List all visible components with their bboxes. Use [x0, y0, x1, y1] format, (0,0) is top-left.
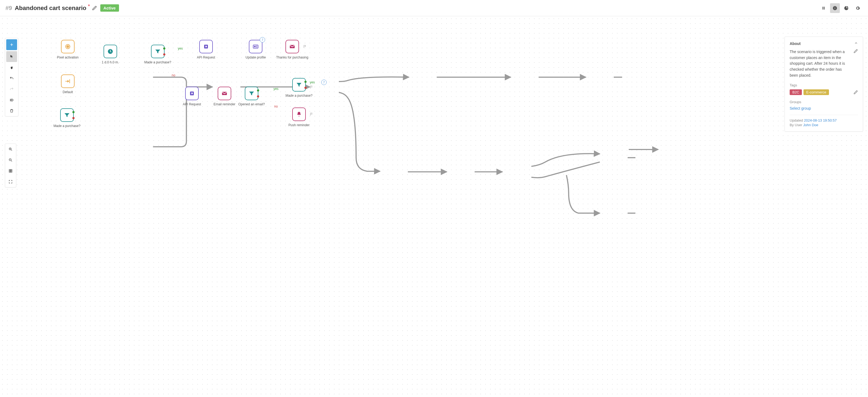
- about-panel: About The scenario is triggered when a c…: [784, 37, 863, 132]
- edge-label-yes: yes: [178, 46, 183, 51]
- pencil-icon[interactable]: [854, 49, 858, 53]
- port-no-icon: [72, 117, 74, 119]
- node-label: Made a purchase?: [53, 124, 80, 128]
- pencil-icon[interactable]: [92, 6, 97, 10]
- scenario-id: #9: [5, 5, 12, 12]
- updated-time[interactable]: 2024-08-13 19:50:57: [804, 118, 837, 123]
- svg-rect-1: [824, 6, 825, 9]
- node-api-top[interactable]: API Request: [199, 40, 213, 53]
- node-opened-filter[interactable]: Opened an email?: [245, 87, 258, 100]
- zoom-in-button[interactable]: [5, 144, 16, 155]
- updated-label: Updated: [790, 118, 804, 123]
- node-update-profile[interactable]: 7 Update profile: [249, 40, 262, 53]
- node-label: Push reminder: [288, 123, 310, 127]
- unsaved-indicator: *: [88, 3, 90, 9]
- show-ids-button[interactable]: ID: [6, 95, 17, 105]
- select-tool[interactable]: [6, 51, 17, 62]
- edge-label-right-no: no: [274, 104, 278, 108]
- stats-button[interactable]: [841, 3, 851, 13]
- edge-label-right-yes: yes: [310, 80, 315, 84]
- tool-panel-zoom: [5, 143, 16, 188]
- port-no-icon: [163, 53, 165, 56]
- node-label: API Request: [183, 102, 201, 106]
- node-thanks-email[interactable]: Thanks for purchasing: [285, 40, 299, 53]
- svg-rect-17: [9, 169, 12, 172]
- edge-label-opened-yes: yes: [274, 87, 279, 91]
- fullscreen-button[interactable]: [5, 176, 16, 187]
- zoom-out-button[interactable]: [5, 155, 16, 165]
- node-label: Made a purchase?: [285, 94, 312, 98]
- about-heading: About: [790, 41, 801, 46]
- tool-panel-main: ID: [5, 38, 19, 117]
- byuser-label: By User: [790, 123, 803, 127]
- edge-label-no: no: [172, 73, 175, 77]
- settings-button[interactable]: [853, 3, 863, 13]
- svg-rect-0: [823, 6, 823, 9]
- node-label: 1 d.0 h.0 m.: [102, 60, 119, 64]
- svg-point-7: [67, 46, 68, 47]
- svg-point-11: [254, 46, 255, 47]
- tag-b2c[interactable]: B2C: [790, 89, 802, 95]
- node-label: Email reminder: [214, 102, 236, 106]
- svg-point-4: [835, 7, 835, 7]
- node-email-reminder[interactable]: Email reminder: [218, 87, 231, 100]
- node-api-bottom[interactable]: API Request: [185, 87, 199, 100]
- about-description: The scenario is triggered when a custome…: [790, 49, 851, 78]
- goto-reference[interactable]: 7: [321, 79, 327, 85]
- status-badge[interactable]: Active: [100, 4, 119, 12]
- pause-button[interactable]: [819, 3, 829, 13]
- flag-icon: [303, 45, 307, 48]
- badge-count: 7: [260, 37, 265, 42]
- port-yes-icon: [304, 81, 307, 83]
- node-label: API Request: [197, 56, 215, 59]
- flag-icon: [310, 85, 313, 89]
- node-pixel-activation[interactable]: Pixel activation: [61, 40, 74, 53]
- tags-heading: Tags: [790, 83, 858, 87]
- node-filter-right[interactable]: Made a purchase?: [292, 78, 306, 92]
- node-label: Update profile: [246, 56, 266, 59]
- groups-heading: Groups: [790, 100, 858, 104]
- pan-tool[interactable]: [6, 62, 17, 73]
- scenario-title: Abandoned cart scenario: [14, 5, 86, 12]
- byuser-name[interactable]: John Doe: [803, 123, 818, 127]
- svg-rect-3: [835, 8, 835, 9]
- node-label: Default: [63, 90, 73, 94]
- add-button[interactable]: [6, 39, 17, 50]
- connector-layer: [0, 16, 868, 397]
- node-delay[interactable]: 1 d.0 h.0 m.: [103, 45, 117, 58]
- node-label: Pixel activation: [57, 56, 79, 59]
- grid-button[interactable]: [5, 165, 16, 176]
- port-no-icon: [304, 87, 307, 89]
- canvas-area: yes no yes yes no Pixel activation Defau…: [0, 16, 868, 397]
- header-bar: #9 Abandoned cart scenario * Active: [0, 0, 868, 16]
- port-yes-icon: [163, 47, 165, 49]
- node-label: Made a purchase?: [144, 60, 171, 64]
- node-label: Thanks for purchasing: [276, 56, 309, 59]
- pencil-icon[interactable]: [854, 90, 858, 95]
- tag-ecommerce[interactable]: E-commerce: [804, 89, 829, 95]
- node-filter-main[interactable]: Made a purchase?: [151, 45, 164, 58]
- divider: [790, 115, 858, 115]
- collapse-icon[interactable]: [854, 41, 858, 46]
- node-label: Opened an email?: [238, 102, 265, 106]
- port-yes-icon: [257, 89, 259, 92]
- select-group-link[interactable]: Select group: [790, 106, 858, 110]
- node-push-reminder[interactable]: Push reminder: [292, 107, 306, 121]
- info-button[interactable]: [830, 3, 840, 13]
- flag-icon: [310, 112, 313, 116]
- port-no-icon: [257, 95, 259, 98]
- node-orphan-filter[interactable]: Made a purchase?: [60, 108, 74, 122]
- undo-button[interactable]: [6, 73, 17, 84]
- node-default-trigger[interactable]: Default: [61, 74, 74, 88]
- delete-button[interactable]: [6, 105, 17, 116]
- port-yes-icon: [72, 111, 74, 113]
- redo-button[interactable]: [6, 84, 17, 95]
